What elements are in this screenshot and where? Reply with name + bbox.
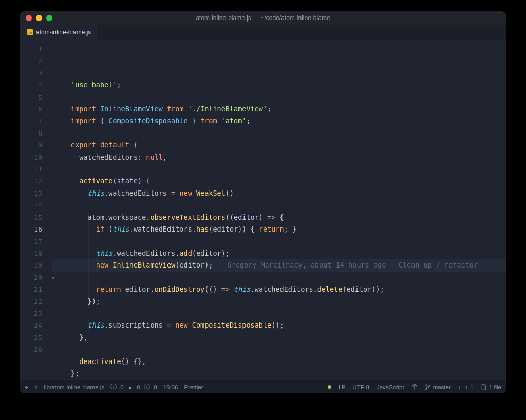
indent-guide — [71, 199, 71, 211]
line-number[interactable]: 1 — [20, 43, 52, 55]
indent-guide — [88, 296, 89, 308]
project-files[interactable]: 1 file — [481, 384, 501, 390]
code-line[interactable]: activate(state) { — [52, 175, 506, 187]
line-number[interactable]: 17 — [20, 236, 52, 247]
code-line[interactable]: import InlineBlameView from './InlineBla… — [52, 103, 506, 115]
line-number[interactable]: 2 — [20, 55, 52, 67]
indent-guide — [71, 127, 71, 139]
code-line[interactable] — [52, 308, 506, 319]
formatter[interactable]: Prettier — [184, 384, 203, 390]
line-number[interactable]: 13 — [20, 187, 52, 199]
line-number[interactable]: 24 — [20, 319, 52, 331]
line-number[interactable]: 19 — [20, 259, 52, 271]
indent-guide — [97, 223, 98, 235]
tab-label: atom-inline-blame.js — [36, 29, 91, 36]
line-number-gutter[interactable]: 1234567891011121314151617181920212223242… — [20, 40, 52, 380]
cursor-position[interactable]: 16:36 — [163, 384, 178, 390]
code-line[interactable] — [52, 379, 506, 380]
code-line[interactable]: this.watchedEditors = new WeakSet() — [52, 187, 506, 199]
encoding[interactable]: UTF-8 — [352, 384, 369, 390]
file-path[interactable]: lib/atom-inline-blame.js — [44, 384, 104, 390]
svg-point-1 — [425, 388, 427, 390]
line-number[interactable]: 11 — [20, 163, 52, 175]
line-number[interactable]: 20 — [20, 272, 52, 283]
zoom-window-button[interactable] — [46, 15, 52, 21]
code-line[interactable] — [52, 272, 506, 283]
line-number[interactable]: 14 — [20, 199, 52, 211]
titlebar[interactable]: atom-inline-blame.js — ~/code/atom-inlin… — [20, 11, 506, 25]
diagnostics[interactable]: ⓘ 0 ▲ 0 ⓘ 0 — [110, 383, 157, 391]
code-line[interactable]: return editor.onDidDestroy(() => this.wa… — [52, 283, 506, 295]
branch-icon — [425, 384, 431, 390]
code-line[interactable]: watchedEditors: null, — [52, 151, 506, 163]
diagnostics-info-count: 0 — [120, 384, 123, 390]
code-line[interactable]: if (this.watchedEditors.has(editor)) { r… — [52, 223, 506, 235]
indent-guide — [80, 199, 80, 211]
line-number[interactable]: 23 — [20, 308, 52, 319]
code-line[interactable] — [52, 343, 506, 355]
line-number[interactable]: 8 — [20, 127, 52, 139]
status-clean-icon — [328, 385, 331, 389]
line-number[interactable]: 5 — [20, 91, 52, 103]
indent-guide — [88, 223, 89, 235]
indent-guide — [88, 259, 89, 271]
line-number[interactable]: 10 — [20, 151, 52, 163]
code-line[interactable]: }; — [52, 368, 506, 379]
line-number[interactable]: 7 — [20, 115, 52, 127]
line-number[interactable]: 18 — [20, 247, 52, 259]
code-line[interactable]: new InlineBlameView(editor);Gregory Marc… — [52, 259, 506, 271]
editor-window: atom-inline-blame.js — ~/code/atom-inlin… — [20, 11, 506, 393]
code-line[interactable]: }, — [52, 332, 506, 343]
code-line[interactable]: export default { — [52, 139, 506, 151]
text-editor[interactable]: 1234567891011121314151617181920212223242… — [20, 40, 506, 380]
code-line[interactable] — [52, 163, 506, 175]
minimize-window-button[interactable] — [36, 15, 42, 21]
indent-guide — [88, 212, 89, 223]
code-line[interactable]: deactivate() {}, — [52, 356, 506, 368]
line-number[interactable]: 9 — [20, 139, 52, 151]
javascript-file-icon — [27, 29, 33, 35]
code-line[interactable]: this.watchedEditors.add(editor); — [52, 247, 506, 259]
line-number[interactable]: 15 — [20, 212, 52, 223]
code-line[interactable] — [52, 127, 506, 139]
line-number[interactable]: 3 — [20, 67, 52, 79]
indent-guide — [80, 223, 80, 235]
code-area[interactable]: 'use babel';import InlineBlameView from … — [52, 40, 506, 380]
traffic-lights — [20, 15, 52, 21]
code-line[interactable]: 'use babel'; — [52, 79, 506, 91]
plus-icon: + — [25, 384, 28, 390]
indent-guide — [71, 332, 71, 343]
tab-active[interactable]: atom-inline-blame.js — [20, 25, 99, 40]
line-number[interactable]: 26 — [20, 343, 52, 355]
git-ahead-behind[interactable]: ↓ ↑1 — [458, 384, 474, 390]
line-number[interactable]: 16 — [20, 223, 52, 235]
git-branch[interactable]: master — [425, 384, 451, 390]
line-number[interactable]: 12 — [20, 175, 52, 187]
warn-icon: ▲ — [126, 384, 135, 390]
code-line[interactable] — [52, 199, 506, 211]
line-number[interactable]: 21 — [20, 283, 52, 295]
line-number[interactable]: 25 — [20, 332, 52, 343]
arrow-up-icon: ↑ — [465, 384, 468, 390]
line-ending[interactable]: LF — [339, 384, 345, 390]
code-line[interactable]: this.subscriptions = new CompositeDispos… — [52, 319, 506, 331]
indent-guide — [71, 247, 71, 259]
line-number[interactable]: 4 — [20, 79, 52, 91]
code-line[interactable]: }); — [52, 296, 506, 308]
code-line[interactable]: import { CompositeDisposable } from 'ato… — [52, 115, 506, 127]
new-file-button[interactable]: + — [25, 384, 28, 390]
close-panel-button[interactable]: × — [34, 384, 38, 390]
line-number[interactable]: 6 — [20, 103, 52, 115]
telemetry-icon[interactable] — [411, 384, 418, 390]
language-mode[interactable]: JavaScript — [377, 384, 404, 390]
line-number[interactable]: 22 — [20, 296, 52, 308]
tab-bar[interactable]: atom-inline-blame.js — [20, 25, 506, 40]
indent-guide — [80, 332, 80, 343]
indent-guide — [71, 283, 71, 295]
code-line[interactable] — [52, 236, 506, 247]
code-line[interactable] — [52, 91, 506, 103]
code-line[interactable]: atom.workspace.observeTextEditors((edito… — [52, 212, 506, 223]
file-icon — [481, 384, 487, 390]
close-window-button[interactable] — [26, 15, 32, 21]
indent-guide — [71, 91, 71, 103]
